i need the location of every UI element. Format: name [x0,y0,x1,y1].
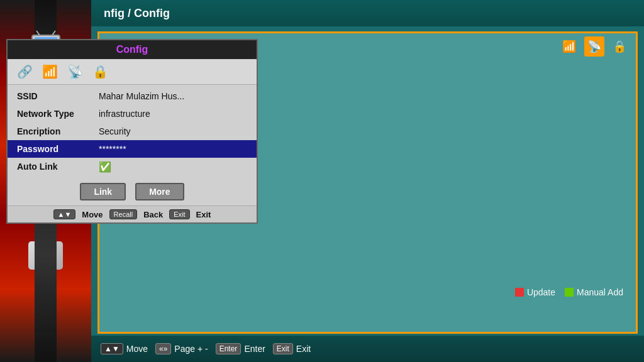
update-dot [515,288,524,297]
breadcrumb: nfig / Config [104,7,170,20]
manual-add-label: Manual Add [577,287,623,297]
svg-line-4 [36,31,40,35]
nav-exit-key: Exit [169,209,189,219]
bottom-exit: Exit Exit [273,343,311,354]
page-label: Page + - [174,344,208,354]
encryption-label: Encription [17,126,99,136]
config-wifi-icon: 📡 [67,64,83,79]
bottom-enter: Enter Enter [216,343,265,354]
page-key: «» [155,343,171,354]
config-row-encryption: Encription Security [8,123,257,140]
bottom-move: ▲▼ Move [101,343,148,354]
ssid-label: SSID [17,91,99,101]
exit-label: Exit [296,344,311,354]
svg-line-5 [52,31,55,35]
config-body: SSID Mahar Mulazim Hus... Network Type i… [8,85,257,178]
config-row-autolink: Auto Link ✅ [8,158,257,175]
move-label: Move [126,344,148,354]
update-label: Update [527,287,555,297]
nav-move-label: Move [82,210,103,219]
config-dialog: Config 🔗 📶 📡 🔒 SSID Mahar Mulazim Hus...… [6,39,258,224]
config-title: Config [8,40,257,59]
manual-add-dot [565,288,574,297]
panel-icon-row: 📶 📡 🔒 [559,36,630,57]
panel-wifi-icon[interactable]: 📡 [584,36,604,57]
update-indicator: Update [515,287,555,297]
panel-lock-icon[interactable]: 🔒 [609,36,630,57]
autolink-label: Auto Link [17,162,99,172]
config-row-ssid: SSID Mahar Mulazim Hus... [8,87,257,105]
link-button[interactable]: Link [80,183,126,200]
enter-key: Enter [216,343,242,354]
config-buttons: Link More [8,178,257,206]
panel-indicators: Update Manual Add [515,287,623,297]
exit-key: Exit [273,343,293,354]
breadcrumb-bar: nfig / Config [91,0,644,26]
config-signal-icon: 📶 [42,64,58,79]
config-row-network-type: Network Type infrastructure [8,105,257,123]
password-value: ******** [99,144,247,154]
autolink-value[interactable]: ✅ [99,161,247,172]
nav-back-label: Back [143,210,163,219]
move-key: ▲▼ [101,343,123,354]
config-lock-icon: 🔒 [92,64,108,79]
svg-rect-6 [515,288,524,297]
panel-signal-icon[interactable]: 📶 [559,36,579,57]
encryption-value: Security [99,126,247,136]
network-type-label: Network Type [17,109,99,119]
nav-recall-key: Recall [109,209,138,219]
more-button[interactable]: More [135,183,184,200]
ssid-value: Mahar Mulazim Hus... [99,91,247,101]
config-link-icon: 🔗 [17,64,33,79]
config-nav-row: ▲▼ Move Recall Back Exit Exit [8,206,257,222]
password-label: Password [17,144,99,154]
network-type-value: infrastructure [99,109,247,119]
nav-exit-label: Exit [196,210,211,219]
bottom-page: «» Page + - [155,343,208,354]
config-icons-row: 🔗 📶 📡 🔒 [8,59,257,85]
bottom-bar: ▲▼ Move «» Page + - Enter Enter Exit Exi… [91,336,644,362]
config-row-password[interactable]: Password ******** [8,140,257,158]
manual-add-indicator: Manual Add [565,287,623,297]
nav-move-key: ▲▼ [53,209,76,219]
svg-rect-7 [565,288,574,297]
enter-label: Enter [244,344,265,354]
